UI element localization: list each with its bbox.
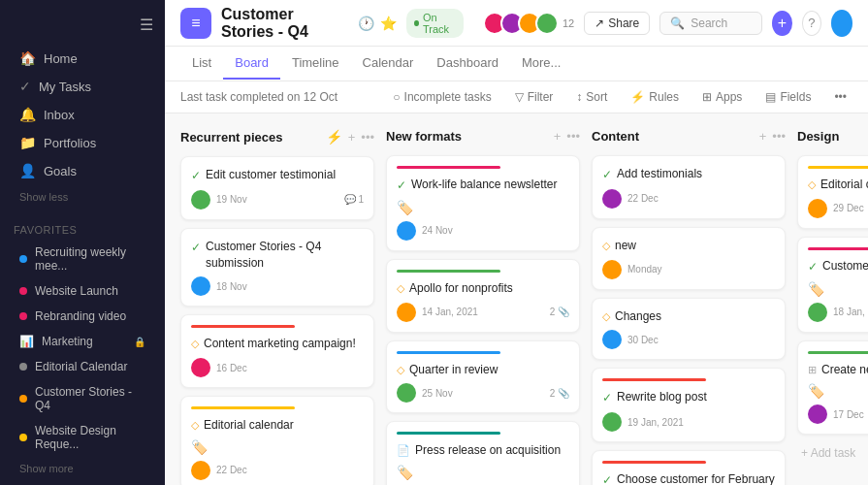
card-changes[interactable]: ◇ Changes 30 Dec: [592, 298, 786, 361]
card-edit-testimonial[interactable]: ✓ Edit customer testimonial 19 Nov 💬 1: [180, 156, 374, 220]
card-date: 22 Dec: [627, 193, 659, 204]
column-design: Design + ••• ◇ Editorial cale... 29 Dec: [797, 125, 868, 473]
card-avatar: [602, 189, 622, 209]
diamond-icon: ◇: [191, 418, 199, 433]
card-footer: Monday: [602, 260, 775, 279]
sidebar-item-recruiting[interactable]: Recruiting weekly mee...: [6, 241, 159, 277]
color-bar: [397, 270, 500, 273]
tab-calendar[interactable]: Calendar: [351, 48, 426, 80]
card-avatar: [191, 276, 210, 296]
card-footer: 19 Nov 💬 1: [191, 190, 364, 210]
sidebar-item-rebranding[interactable]: Rebranding video: [6, 305, 159, 328]
more-btn[interactable]: •••: [828, 87, 852, 107]
sidebar-item-editorial[interactable]: Editorial Calendar: [6, 355, 159, 378]
card-title: 📄 Press release on acquisition: [397, 442, 569, 459]
card-editorial-cale[interactable]: ◇ Editorial cale... 29 Dec: [797, 155, 868, 229]
add-button[interactable]: +: [772, 11, 791, 36]
card-title: ◇ Apollo for nonprofits: [397, 280, 569, 297]
color-bar: [808, 247, 868, 250]
home-icon: 🏠: [19, 50, 36, 66]
fav-dot: [19, 287, 27, 295]
card-editorial-calendar[interactable]: ◇ Editorial calendar 🏷️ 22 Dec: [180, 396, 374, 485]
card-customer-stories-sub[interactable]: ✓ Customer Stories - Q4 submission 18 No…: [180, 228, 374, 307]
apps-btn[interactable]: ⊞ Apps: [696, 87, 748, 107]
card-title: ◇ Editorial cale...: [808, 177, 868, 193]
rules-btn[interactable]: ⚡ Rules: [625, 87, 685, 107]
card-press-release[interactable]: 📄 Press release on acquisition 🏷️ 23 Dec…: [386, 421, 580, 485]
column-header-new-formats: New formats + •••: [386, 125, 580, 147]
incomplete-tasks-btn[interactable]: ○ Incomplete tasks: [387, 87, 497, 107]
card-choose-customer[interactable]: ✓ Choose customer for February spotlight: [592, 450, 786, 485]
star-icon[interactable]: ⭐: [380, 16, 397, 31]
col-more-action[interactable]: •••: [566, 129, 580, 144]
col-add-action[interactable]: +: [348, 130, 356, 145]
sort-btn[interactable]: ↕ Sort: [570, 87, 613, 107]
card-apollo[interactable]: ◇ Apollo for nonprofits 14 Jan, 2021 2 📎: [386, 259, 580, 333]
card-title: ✓ Customer Stories - Q4 submission: [191, 239, 364, 272]
card-footer: 22 Dec: [191, 461, 364, 480]
user-icon: 👤: [19, 163, 36, 178]
sidebar-item-customer-stories[interactable]: Customer Stories - Q4: [6, 380, 159, 417]
card-customer-spo[interactable]: ✓ Customer spo... 🏷️ 18 Jan, 2021: [797, 237, 868, 333]
sidebar-item-goals[interactable]: 👤 Goals: [6, 157, 159, 184]
col-add-action[interactable]: +: [759, 129, 767, 144]
sidebar-item-home[interactable]: 🏠 Home: [6, 45, 159, 72]
help-button[interactable]: ?: [802, 11, 822, 36]
tab-dashboard[interactable]: Dashboard: [425, 48, 510, 80]
sidebar-item-website-design[interactable]: Website Design Reque...: [6, 419, 159, 456]
card-date: 25 Nov: [422, 388, 453, 399]
fields-btn[interactable]: ▤ Fields: [759, 87, 817, 107]
check-circle-icon: ✓: [808, 259, 818, 275]
chart-icon: 📊: [19, 335, 34, 348]
check-circle-icon: ✓: [602, 472, 612, 485]
card-footer: 29 Dec: [808, 199, 868, 218]
color-bar: [602, 378, 706, 381]
card-avatar: [602, 412, 622, 432]
color-bar: [397, 351, 500, 354]
card-quarter-review[interactable]: ◇ Quarter in review 25 Nov 2 📎: [386, 340, 580, 414]
card-add-testimonials[interactable]: ✓ Add testimonials 22 Dec: [592, 155, 786, 219]
tab-board[interactable]: Board: [223, 48, 280, 80]
sidebar-item-website-launch[interactable]: Website Launch: [6, 279, 159, 303]
tab-list[interactable]: List: [180, 48, 223, 80]
sidebar-item-marketing[interactable]: 📊 Marketing 🔒: [6, 330, 159, 353]
fav-dot: [19, 363, 27, 371]
sidebar-item-portfolios[interactable]: 📁 Portfolios: [6, 129, 159, 156]
check-circle-icon: ✓: [191, 168, 201, 184]
card-create-new-in[interactable]: ⊞ Create new in... 🏷️ 17 Dec: [797, 340, 868, 436]
card-title: ✓ Add testimonials: [602, 166, 775, 183]
card-footer: 19 Jan, 2021: [602, 412, 775, 432]
tab-more[interactable]: More...: [510, 48, 572, 80]
show-less-link[interactable]: Show less: [6, 187, 159, 207]
share-button[interactable]: ↗ Share: [584, 12, 650, 35]
add-card-design[interactable]: + Add task: [797, 442, 868, 464]
card-footer: 30 Dec: [602, 330, 775, 349]
card-content-marketing[interactable]: ◇ Content marketing campaign! 16 Dec: [180, 314, 374, 388]
sidebar-item-inbox[interactable]: 🔔 Inbox: [6, 101, 159, 128]
hamburger-icon[interactable]: ☰: [140, 16, 153, 34]
card-work-life[interactable]: ✓ Work-life balance newsletter 🏷️ 24 Nov: [386, 155, 580, 251]
show-more-link[interactable]: Show more: [6, 459, 159, 478]
card-new[interactable]: ◇ new Monday: [592, 227, 786, 290]
folder-icon: 📁: [19, 135, 36, 150]
col-add-action[interactable]: +: [554, 129, 562, 144]
card-title: ✓ Customer spo...: [808, 258, 868, 275]
search-box[interactable]: 🔍 Search: [659, 12, 762, 35]
sidebar-item-my-tasks[interactable]: ✓ My Tasks: [6, 73, 159, 100]
card-date: 16 Dec: [216, 363, 247, 373]
col-more-action[interactable]: •••: [772, 129, 786, 144]
color-bar: [808, 166, 868, 169]
sidebar-nav: 🏠 Home ✓ My Tasks 🔔 Inbox 📁 Portfolios 👤…: [0, 44, 165, 185]
card-date: 29 Dec: [833, 203, 864, 213]
col-more-action[interactable]: •••: [361, 130, 374, 145]
card-rewrite-blog[interactable]: ✓ Rewrite blog post 19 Jan, 2021: [592, 368, 786, 442]
card-footer: 18 Nov: [191, 276, 364, 296]
app-icon: ≡: [180, 8, 211, 39]
card-avatar: [808, 303, 827, 322]
fav-dot: [19, 255, 27, 263]
header-icons: 🕐 ⭐: [358, 16, 397, 31]
last-task-text: Last task completed on 12 Oct: [180, 90, 338, 104]
tab-timeline[interactable]: Timeline: [280, 48, 351, 80]
card-footer: 14 Jan, 2021 2 📎: [397, 303, 569, 322]
filter-btn[interactable]: ▽ Filter: [509, 87, 560, 107]
